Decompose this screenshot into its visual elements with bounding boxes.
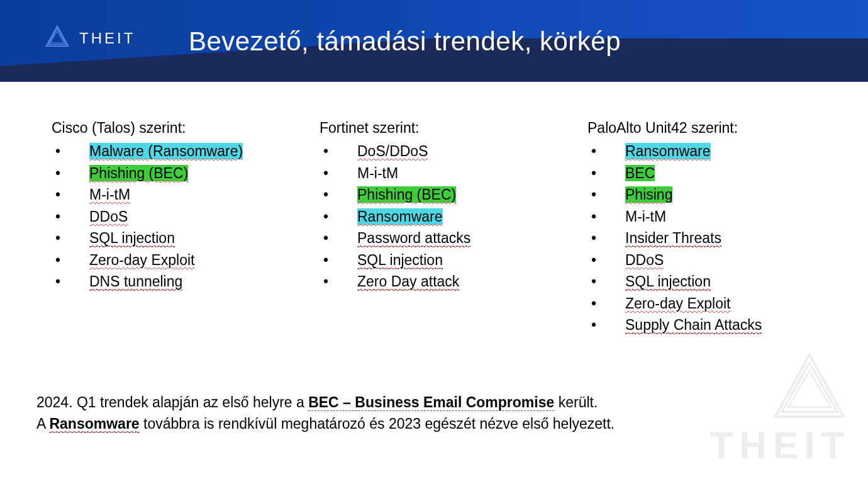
list-item-label: M-i-tM [357,162,398,184]
threat-list: •DoS/DDoS•M-i-tM•Phishing (BEC)•Ransomwa… [320,140,562,293]
header: THEIT Bevezető, támadási trendek, körkép [0,0,868,82]
bullet-icon: • [587,162,625,184]
list-item-text: Password attacks [357,230,470,247]
list-item: •Zero Day attack [320,271,562,293]
bullet-icon: • [320,206,357,228]
triangle-icon [44,24,70,53]
list-item-text: Supply Chain Attacks [625,317,762,334]
list-item-label: SQL injection [89,227,175,249]
list-item-text: Zero Day attack [357,273,459,290]
list-item: •SQL injection [52,227,294,249]
list-item: •DDoS [52,206,294,228]
list-item-text: Zero-day Exploit [625,295,730,312]
bullet-icon: • [52,249,89,271]
list-item-label: DDoS [625,249,664,271]
footer-bold: Ransomware [49,415,139,432]
list-item-label: Password attacks [357,227,470,249]
bullet-icon: • [52,162,89,184]
list-item-label: DoS/DDoS [357,140,428,162]
bullet-icon: • [320,271,357,293]
list-item-label: Insider Threats [625,227,721,249]
list-item-label: Malware (Ransomware) [89,140,243,162]
footer-text: 2024. Q1 trendek alapján az első helyre … [36,394,308,410]
list-item: •BEC [587,162,830,184]
list-item-text: Ransomware [625,143,711,159]
list-item-text: DDoS [625,252,664,268]
watermark: THEIT [710,348,850,467]
list-item-text: Zero-day Exploit [89,252,194,268]
column: PaloAlto Unit42 szerint:•Ransomware•BEC•… [587,120,830,336]
list-item: •Ransomware [320,206,562,228]
column-heading: PaloAlto Unit42 szerint: [587,120,830,137]
list-item: •SQL injection [320,249,562,271]
list-item: •Phising [587,184,830,206]
column: Fortinet szerint:•DoS/DDoS•M-i-tM•Phishi… [320,120,562,336]
list-item: •Ransomware [587,140,830,162]
list-item-label: M-i-tM [89,184,130,206]
column-heading: Cisco (Talos) szerint: [52,120,294,137]
list-item-label: Supply Chain Attacks [625,314,762,336]
list-item: •M-i-tM [52,184,294,206]
column: Cisco (Talos) szerint:•Malware (Ransomwa… [52,120,294,336]
list-item-label: Zero-day Exploit [625,293,730,315]
bullet-icon: • [52,206,89,228]
footer-text: A [36,415,49,432]
list-item-text: DNS tunneling [89,273,182,290]
list-item-label: DDoS [89,206,128,228]
bullet-icon: • [52,140,89,162]
slide-title: Bevezető, támadási trendek, körkép [189,26,621,57]
list-item: •Malware (Ransomware) [52,140,294,162]
bullet-icon: • [587,206,625,228]
list-item-label: Ransomware [357,206,443,228]
list-item: •DDoS [587,249,830,271]
list-item: •SQL injection [587,271,830,293]
list-item-text: SQL injection [357,252,443,269]
bullet-icon: • [320,249,357,271]
list-item-text: SQL injection [625,273,711,290]
list-item: •Supply Chain Attacks [587,314,830,336]
list-item: •Password attacks [320,227,562,249]
footer-line-1: 2024. Q1 trendek alapján az első helyre … [36,392,615,413]
column-heading: Fortinet szerint: [320,120,562,137]
list-item-label: Phishing (BEC) [89,162,188,184]
list-item: •M-i-tM [587,206,830,228]
footer-text: továbbra is rendkívül meghatározó és 202… [140,415,615,432]
list-item: •Phishing (BEC) [320,184,562,206]
footer-note: 2024. Q1 trendek alapján az első helyre … [36,392,615,434]
list-item: •Zero-day Exploit [587,293,830,315]
bullet-icon: • [320,227,357,249]
bullet-icon: • [587,314,625,336]
bullet-icon: • [587,140,625,162]
columns: Cisco (Talos) szerint:•Malware (Ransomwa… [52,120,830,336]
list-item-text: Phishing (BEC) [357,186,456,203]
list-item: •Zero-day Exploit [52,249,294,271]
list-item-label: Zero Day attack [357,271,459,293]
slide: THEIT Bevezető, támadási trendek, körkép… [0,0,868,491]
bullet-icon: • [587,293,625,315]
brand-logo: THEIT [44,24,135,53]
list-item-label: Phishing (BEC) [357,184,456,206]
bullet-icon: • [587,227,625,249]
list-item-text: M-i-tM [89,186,130,203]
list-item-label: Zero-day Exploit [89,249,194,271]
footer-text: került. [554,394,598,410]
list-item-text: Malware (Ransomware) [89,143,243,159]
list-item-text: SQL injection [89,230,175,247]
list-item-text: M-i-tM [357,165,398,181]
list-item: •M-i-tM [320,162,562,184]
threat-list: •Malware (Ransomware)•Phishing (BEC)•M-i… [52,140,294,293]
list-item: •Insider Threats [587,227,830,249]
brand-name: THEIT [79,30,135,47]
list-item-text: BEC [625,165,655,181]
list-item-text: Phising [625,186,672,203]
threat-list: •Ransomware•BEC•Phising•M-i-tM•Insider T… [587,140,830,336]
list-item-label: M-i-tM [625,206,666,228]
list-item: •DNS tunneling [52,271,294,293]
bullet-icon: • [587,249,625,271]
list-item-text: Insider Threats [625,230,721,247]
list-item-label: SQL injection [357,249,443,271]
list-item-text: Ransomware [357,208,443,225]
list-item-text: M-i-tM [625,208,666,225]
bullet-icon: • [587,271,625,293]
list-item-label: DNS tunneling [89,271,182,293]
